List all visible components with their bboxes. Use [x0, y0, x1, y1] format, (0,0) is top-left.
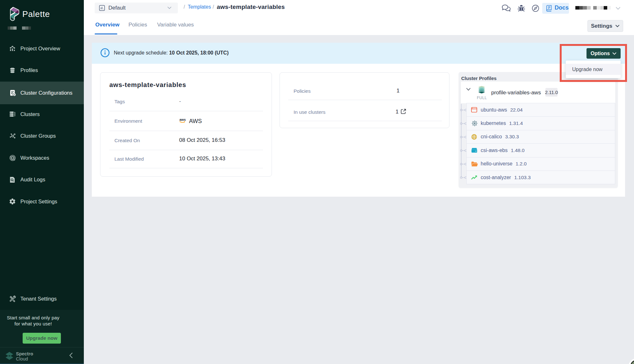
svg-text:aws: aws [179, 118, 186, 121]
